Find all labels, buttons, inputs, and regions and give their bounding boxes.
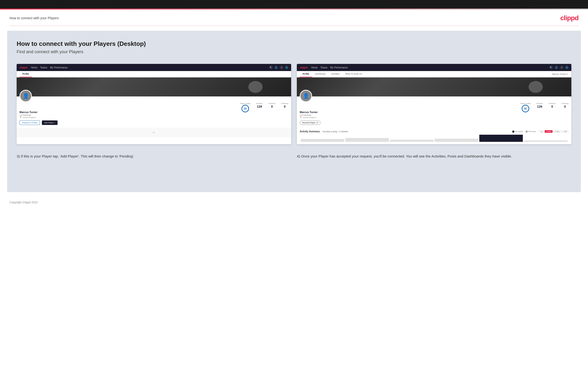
caption-3-text: 3) If this is your Player tap, 'Add Play… (17, 154, 291, 159)
chart-bar-1 (301, 139, 345, 142)
location-2: 📍 United Kingdom (300, 117, 321, 118)
mock-content-bottom-1: ✂ (17, 128, 291, 137)
chart-bar-3 (390, 140, 434, 142)
mock-tabs-1: Profile (17, 71, 291, 77)
stat-activities-2: Activities 129 (536, 103, 543, 112)
stat-followers-1: Followers 0 (268, 103, 276, 112)
time-btn-6mths[interactable]: 6 mths (545, 130, 553, 133)
tab-dashboard-2[interactable]: Dashboard (312, 71, 328, 77)
mock-nav-1: clippd Home Teams My Performance 🔍 👤 ⚙ 🌐 (17, 64, 291, 71)
chart-bar-4 (435, 139, 478, 142)
mock-nav-2: clippd Home Teams My Performance 🔍 👤 ⚙ 🌐 (297, 64, 571, 71)
caption-4-text: 4) Once your Player has accepted your re… (297, 154, 571, 159)
top-bar (0, 0, 588, 8)
tab-profile-2[interactable]: Profile (300, 71, 312, 77)
chart-bar-2 (345, 138, 389, 142)
tab-what-to-work-on-2[interactable]: What To Work On (343, 71, 365, 77)
user-icon-2[interactable]: 👤 (555, 66, 558, 69)
nav-home-2[interactable]: Home (311, 66, 318, 69)
search-icon-1[interactable]: 🔍 (269, 66, 273, 69)
nav-performance-2[interactable]: My Performance (330, 66, 348, 69)
globe-icon-2[interactable]: 🌐 (565, 66, 569, 69)
remove-player-button[interactable]: Remove Player ✕ (300, 120, 321, 125)
page-heading: How to connect with your Players (Deskto… (17, 40, 571, 48)
tab-profile-1[interactable]: Profile (19, 71, 32, 77)
mock-nav-icons-2: 🔍 👤 ⚙ 🌐 (549, 66, 569, 69)
request-follow-button-1[interactable]: Request to Follow (19, 120, 40, 125)
player-name-dropdown-2[interactable]: Marcus Turner ▾ (551, 71, 569, 77)
globe-icon-1[interactable]: 🌐 (285, 66, 288, 69)
header-title: How to connect with your Players (9, 16, 59, 20)
player-name-2: Marcus Turner (300, 111, 321, 114)
mock-logo-2: clippd (300, 66, 307, 69)
following-label-1: Following (281, 103, 288, 104)
activity-header: Activity Summary Monthly Activity - 6 Mo… (300, 130, 569, 133)
stat-followers-2: Followers 0 (548, 103, 556, 112)
mock-nav-items-2: Home Teams My Performance (311, 66, 546, 69)
mock-profile-info-2: 👤 Marcus Turner 1-5 Handicap 📍 United Ki… (297, 96, 571, 128)
add-player-button-1[interactable]: Add Player + (42, 120, 58, 125)
hero-oval-2 (528, 81, 543, 93)
mock-hero-1 (17, 77, 291, 96)
activities-value-2: 129 (537, 105, 542, 108)
followers-label-1: Followers (268, 103, 276, 104)
following-label-2: Following (561, 103, 569, 104)
mock-logo-1: clippd (19, 66, 27, 69)
legend-on-course: On course (512, 131, 523, 133)
player-stats-2: Player Quality 92 Activities 129 Followe… (520, 103, 569, 112)
screenshots-row: clippd Home Teams My Performance 🔍 👤 ⚙ 🌐… (17, 64, 571, 144)
mock-nav-icons-1: 🔍 👤 ⚙ 🌐 (269, 66, 288, 69)
chart-area (300, 135, 569, 142)
on-course-dot (512, 131, 514, 133)
search-icon-2[interactable]: 🔍 (549, 66, 553, 69)
activity-period: Monthly Activity - 6 Months (322, 130, 348, 133)
nav-performance-1[interactable]: My Performance (50, 66, 68, 69)
eye-icon-1: ✂ (153, 131, 155, 134)
following-value-2: 0 (564, 105, 566, 108)
stat-following-2: Following 0 (561, 103, 569, 112)
avatar-2: 👤 (300, 90, 312, 102)
time-btn-1mth[interactable]: 1 mth (561, 130, 569, 133)
quality-label-1: Player Quality (240, 103, 251, 104)
time-buttons: 1 yr 6 mths 3 mths 1 mth (539, 130, 569, 133)
quality-label-2: Player Quality (520, 103, 531, 104)
chart-bar-6 (524, 140, 568, 142)
mock-nav-items-1: Home Teams My Performance (31, 66, 266, 69)
user-icon-1[interactable]: 👤 (275, 66, 278, 69)
time-btn-3mths[interactable]: 3 mths (553, 130, 561, 133)
copyright-text: Copyright Clippd 2022 (9, 201, 38, 204)
activities-value-1: 129 (257, 105, 262, 108)
nav-home-1[interactable]: Home (31, 66, 37, 69)
location-pin-icon-1: 📍 (19, 117, 22, 118)
followers-label-2: Followers (548, 103, 556, 104)
screenshot-2: clippd Home Teams My Performance 🔍 👤 ⚙ 🌐… (297, 64, 571, 144)
header-divider (9, 26, 579, 26)
nav-teams-1[interactable]: Teams (40, 66, 47, 69)
activity-title: Activity Summary (300, 130, 320, 133)
player-stats-1: Player Quality 92 Activities 129 Followe… (240, 103, 288, 112)
hero-oval-1 (248, 81, 263, 93)
activity-summary: Activity Summary Monthly Activity - 6 Mo… (297, 128, 571, 144)
followers-value-1: 0 (271, 105, 273, 108)
time-btn-1yr[interactable]: 1 yr (539, 130, 545, 133)
chart-bar-5 (479, 135, 523, 142)
stat-quality-1: Player Quality 92 (240, 103, 251, 112)
settings-icon-1[interactable]: ⚙ (280, 66, 283, 69)
tab-activities-2[interactable]: Activities (328, 71, 343, 77)
following-value-1: 0 (284, 105, 286, 108)
nav-teams-2[interactable]: Teams (320, 66, 327, 69)
followers-value-2: 0 (551, 105, 553, 108)
player-name-1: Marcus Turner (19, 111, 38, 114)
mock-hero-2 (297, 77, 571, 96)
header: How to connect with your Players clippd (0, 9, 588, 26)
caption-3-block: 3) If this is your Player tap, 'Add Play… (17, 152, 291, 161)
screenshot-1: clippd Home Teams My Performance 🔍 👤 ⚙ 🌐… (17, 64, 291, 144)
main-content: How to connect with your Players (Deskto… (7, 31, 581, 192)
settings-icon-2[interactable]: ⚙ (560, 66, 563, 69)
location-pin-icon-2: 📍 (300, 117, 302, 118)
stat-activities-1: Activities 129 (256, 103, 263, 112)
activities-label-2: Activities (536, 103, 543, 104)
handicap-1: 1-5 Handicap (19, 114, 38, 116)
captions-row: 3) If this is your Player tap, 'Add Play… (17, 152, 571, 161)
mock-tabs-2: Profile Dashboard Activities What To Wor… (297, 71, 571, 77)
